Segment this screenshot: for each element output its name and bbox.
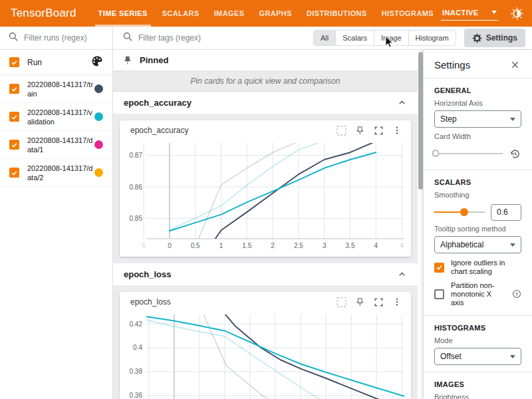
svg-text:5: 5 [142, 242, 146, 249]
partition-x-axis-checkbox[interactable] [434, 289, 444, 299]
section-title: epoch_accuracy [124, 98, 192, 108]
tab-scalars[interactable]: SCALARS [155, 0, 207, 27]
app-logo: TensorBoard [0, 7, 91, 20]
fullscreen-icon[interactable] [370, 294, 387, 310]
card-title: epoch_loss [130, 297, 332, 307]
chevron-down-icon [510, 355, 515, 358]
more-options-icon[interactable] [388, 294, 406, 310]
run-filter-row [0, 27, 112, 50]
svg-text:3: 3 [323, 242, 327, 249]
tab-images[interactable]: IMAGES [207, 0, 252, 27]
palette-icon[interactable] [91, 55, 103, 69]
chevron-up-icon[interactable] [397, 98, 407, 108]
svg-text:1.5: 1.5 [242, 242, 251, 249]
section-header-epoch-accuracy[interactable]: epoch_accuracy [113, 92, 418, 114]
run-row-data-2[interactable]: 20220808-141317/data/2 [0, 159, 112, 187]
svg-text:2.5: 2.5 [294, 242, 303, 249]
filter-histogram-button[interactable]: Histogram [408, 31, 456, 45]
slider-knob[interactable] [460, 208, 468, 216]
run-label: 20220808-141317/validation [27, 108, 94, 126]
tag-filter-input[interactable] [138, 33, 308, 43]
svg-text:3.5: 3.5 [346, 242, 355, 249]
smoothing-label: Smoothing [434, 191, 521, 199]
scrollbar-thumb[interactable] [418, 52, 423, 190]
run-label: 20220808-141317/data/1 [27, 136, 94, 154]
fullscreen-icon[interactable] [370, 122, 387, 138]
run-checkbox-train[interactable] [9, 84, 19, 94]
chevron-down-icon [491, 11, 497, 14]
epoch-accuracy-chart[interactable]: 0.850.860.87500.511.522.533.544 [120, 140, 410, 257]
tensorboard-app: TensorBoard TIME SERIES SCALARS IMAGES G… [0, 0, 532, 399]
select-all-runs-checkbox[interactable] [9, 57, 19, 67]
brightness-toggle-icon[interactable] [508, 5, 525, 22]
epoch-loss-chart[interactable]: 0.420.40.380.360.3400.511.522.533.54 [120, 312, 410, 399]
settings-section-scalars: SCALARS Smoothing Tooltip sorting method… [424, 170, 532, 315]
run-row-validation[interactable]: 20220808-141317/validation [0, 103, 112, 131]
histogram-mode-select[interactable]: Offset [434, 348, 521, 365]
refresh-icon[interactable] [529, 5, 532, 22]
close-icon[interactable] [508, 58, 521, 71]
run-checkbox-data-2[interactable] [9, 168, 19, 178]
run-checkbox-validation[interactable] [9, 112, 19, 122]
tab-distributions[interactable]: DISTRIBUTIONS [299, 0, 374, 27]
smoothing-slider[interactable] [434, 207, 485, 217]
pinned-section-header[interactable]: Pinned [113, 50, 418, 70]
run-row-data-1[interactable]: 20220808-141317/data/1 [0, 131, 112, 159]
svg-text:0.4: 0.4 [133, 344, 142, 351]
pinned-title: Pinned [140, 55, 168, 65]
reload-status-value: INACTIVE [442, 9, 479, 17]
chevron-up-icon[interactable] [397, 269, 407, 279]
tab-time-series[interactable]: TIME SERIES [91, 0, 155, 27]
pin-icon [122, 55, 133, 66]
histogram-mode-value: Offset [440, 352, 462, 361]
tooltip-sort-select[interactable]: Alphabetical [434, 236, 521, 253]
fit-domain-icon[interactable] [332, 294, 350, 310]
settings-button[interactable]: Settings [464, 29, 525, 47]
svg-text:0.87: 0.87 [130, 152, 143, 159]
slider-knob[interactable] [432, 150, 440, 157]
filter-image-button[interactable]: Image [374, 31, 408, 45]
tab-histograms[interactable]: HISTOGRAMS [374, 0, 441, 27]
nav-tabs: TIME SERIES SCALARS IMAGES GRAPHS DISTRI… [91, 0, 441, 27]
top-bar: TensorBoard TIME SERIES SCALARS IMAGES G… [0, 0, 532, 27]
card-width-slider[interactable] [434, 149, 503, 158]
help-glyph: ? [515, 291, 519, 297]
smoothing-input[interactable] [491, 204, 521, 221]
scalars-heading: SCALARS [434, 178, 521, 186]
reset-icon[interactable] [508, 147, 521, 160]
cards-scroll-area: Pinned Pin cards for a quick view and co… [113, 50, 418, 399]
run-column-label: Run [27, 58, 91, 67]
top-bar-actions: INACTIVE [441, 5, 532, 22]
section-header-epoch-loss[interactable]: epoch_loss [113, 263, 418, 285]
pin-hint-text: Pin cards for a quick view and compariso… [191, 76, 340, 86]
partition-x-axis-label: Partition non-monotonic X axis [451, 281, 505, 307]
tab-graphs[interactable]: GRAPHS [251, 0, 299, 27]
ignore-outliers-checkbox[interactable] [434, 263, 444, 273]
run-checkbox-data-1[interactable] [9, 140, 19, 150]
run-filter-input[interactable] [24, 33, 104, 43]
filter-all-button[interactable]: All [314, 31, 335, 45]
svg-text:0.5: 0.5 [191, 242, 200, 249]
run-color-dot [94, 140, 103, 149]
help-icon[interactable]: ? [512, 289, 521, 300]
card-title: epoch_accuracy [130, 126, 332, 135]
pin-card-icon[interactable] [351, 122, 368, 138]
svg-text:1: 1 [219, 242, 223, 249]
pin-card-icon[interactable] [351, 294, 368, 310]
svg-text:0.42: 0.42 [130, 321, 143, 328]
reload-status-dropdown[interactable]: INACTIVE [441, 7, 498, 21]
run-color-dot [94, 84, 103, 93]
settings-panel: Settings GENERAL Horizontal Axis Step [423, 50, 532, 399]
settings-section-images: IMAGES Brightness Co [424, 372, 532, 399]
more-options-icon[interactable] [388, 122, 406, 138]
run-color-dot [94, 168, 103, 177]
card-area-epoch-accuracy: epoch_accuracy [113, 114, 418, 263]
vertical-scrollbar[interactable] [418, 50, 423, 399]
runs-sidebar: Run 20220808-141317/train [0, 27, 113, 399]
fit-domain-icon[interactable] [332, 122, 350, 138]
run-list-header: Run [0, 50, 112, 75]
filter-scalars-button[interactable]: Scalars [335, 31, 374, 45]
tag-toolbar: All Scalars Image Histogram [113, 27, 532, 50]
run-row-train[interactable]: 20220808-141317/train [0, 75, 112, 103]
horizontal-axis-select[interactable]: Step [434, 110, 521, 128]
